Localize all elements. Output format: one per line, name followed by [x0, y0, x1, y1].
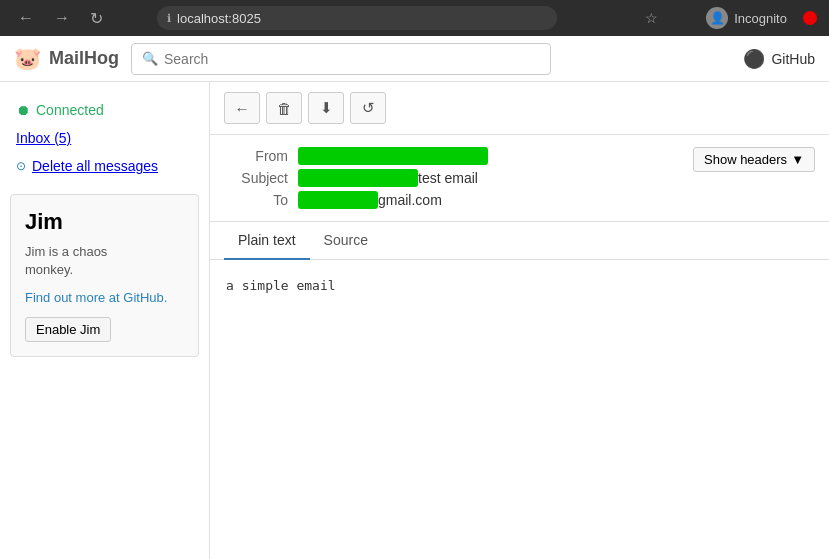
- jim-description: Jim is a chaos monkey.: [25, 243, 184, 279]
- to-redacted: [298, 191, 378, 209]
- email-tabs: Plain text Source: [210, 222, 829, 260]
- subject-redacted: [298, 169, 418, 187]
- search-icon: 🔍: [142, 51, 158, 66]
- to-label: To: [228, 192, 288, 208]
- browser-chrome: ← → ↻ ℹ localhost:8025 ☆ 👤 Incognito: [0, 0, 829, 36]
- logo-pig-icon: 🐷: [14, 46, 41, 72]
- main-layout: ⏺ Connected Inbox (5) ⊙ Delete all messa…: [0, 82, 829, 559]
- sidebar-inbox[interactable]: Inbox (5): [0, 124, 209, 152]
- url-text: localhost:8025: [177, 11, 261, 26]
- logo-area: 🐷 MailHog: [14, 46, 119, 72]
- show-headers-arrow-icon: ▼: [791, 152, 804, 167]
- github-icon: ⚫: [743, 48, 765, 70]
- subject-suffix: test email: [418, 170, 478, 186]
- lock-icon: ℹ: [167, 12, 171, 25]
- sidebar-connected: ⏺ Connected: [0, 96, 209, 124]
- show-headers-button[interactable]: Show headers ▼: [693, 147, 815, 172]
- to-field: To gmail.com: [228, 191, 811, 209]
- sidebar-delete[interactable]: ⊙ Delete all messages: [0, 152, 209, 180]
- tab-plain-text[interactable]: Plain text: [224, 222, 310, 260]
- refresh-button[interactable]: ↻: [84, 7, 109, 30]
- connected-label: Connected: [36, 102, 104, 118]
- app-header: 🐷 MailHog 🔍 ⚫ GitHub: [0, 36, 829, 82]
- delete-email-button[interactable]: 🗑: [266, 92, 302, 124]
- email-toolbar: ← 🗑 ⬇ ↺: [210, 82, 829, 135]
- inbox-link[interactable]: Inbox (5): [16, 130, 71, 146]
- back-email-button[interactable]: ←: [224, 92, 260, 124]
- close-button[interactable]: [803, 11, 817, 25]
- email-body-content: a simple email: [226, 278, 336, 293]
- email-body: a simple email: [210, 260, 829, 559]
- jim-card: Jim Jim is a chaos monkey. Find out more…: [10, 194, 199, 357]
- app-name: MailHog: [49, 48, 119, 69]
- content-area: ← 🗑 ⬇ ↺ From Subject test email To gmail…: [210, 82, 829, 559]
- incognito-area: 👤 Incognito: [706, 7, 787, 29]
- jim-github-link[interactable]: Find out more at GitHub.: [25, 290, 167, 305]
- search-bar[interactable]: 🔍: [131, 43, 551, 75]
- enable-jim-button[interactable]: Enable Jim: [25, 317, 111, 342]
- refresh-email-button[interactable]: ↺: [350, 92, 386, 124]
- from-redacted: [298, 147, 488, 165]
- circle-icon: ⊙: [16, 159, 26, 173]
- bookmark-button[interactable]: ☆: [645, 10, 658, 26]
- jim-link-area: Find out more at GitHub.: [25, 289, 184, 305]
- search-input[interactable]: [164, 51, 540, 67]
- forward-button[interactable]: →: [48, 7, 76, 29]
- jim-title: Jim: [25, 209, 184, 235]
- incognito-label: Incognito: [734, 11, 787, 26]
- to-value: gmail.com: [378, 192, 442, 208]
- delete-link[interactable]: Delete all messages: [32, 158, 158, 174]
- from-label: From: [228, 148, 288, 164]
- github-label: GitHub: [771, 51, 815, 67]
- download-email-button[interactable]: ⬇: [308, 92, 344, 124]
- back-button[interactable]: ←: [12, 7, 40, 29]
- sidebar: ⏺ Connected Inbox (5) ⊙ Delete all messa…: [0, 82, 210, 559]
- incognito-icon: 👤: [706, 7, 728, 29]
- address-bar: ℹ localhost:8025: [157, 6, 557, 30]
- email-details: From Subject test email To gmail.com Sho…: [210, 135, 829, 222]
- github-link[interactable]: ⚫ GitHub: [743, 48, 815, 70]
- tab-source[interactable]: Source: [310, 222, 382, 260]
- status-dot-icon: ⏺: [16, 102, 30, 118]
- show-headers-label: Show headers: [704, 152, 787, 167]
- subject-label: Subject: [228, 170, 288, 186]
